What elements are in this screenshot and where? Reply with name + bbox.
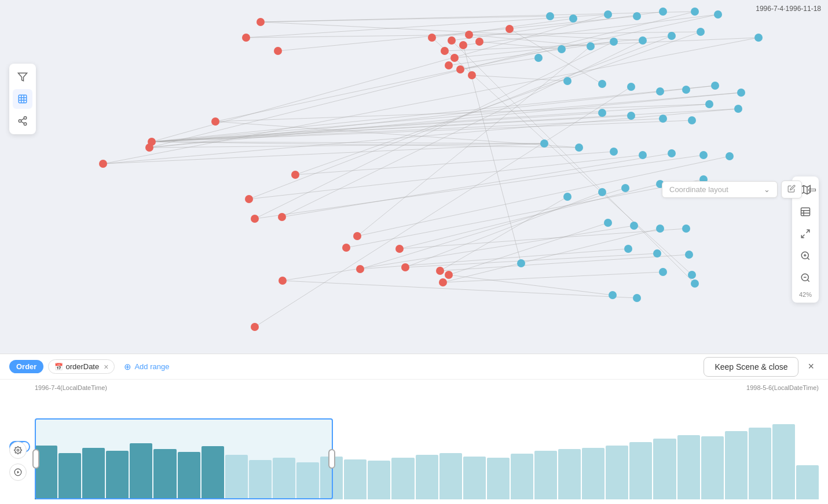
histogram-bar-23[interactable] (582, 448, 604, 499)
blue-node-14 (534, 54, 543, 62)
histogram-bar-1[interactable] (58, 453, 81, 499)
histogram-bar-21[interactable] (534, 451, 557, 499)
blue-node-29 (575, 144, 583, 152)
histogram-bar-32[interactable] (796, 465, 819, 499)
svg-rect-81 (801, 208, 810, 216)
histogram-bar-24[interactable] (606, 446, 628, 499)
histogram-bar-22[interactable] (558, 449, 581, 499)
timeline-controls: Order 📅 orderDate × ⊕ Add range Keep Sce… (0, 354, 828, 380)
blue-node-48 (633, 294, 641, 302)
zoom-out-button[interactable] (796, 268, 815, 288)
red-node-2 (274, 47, 282, 55)
histogram-bar-14[interactable] (368, 461, 390, 499)
settings-icon-button[interactable] (9, 442, 27, 459)
blue-node-28 (540, 139, 548, 148)
histogram-bar-7[interactable] (201, 446, 224, 499)
order-badge: Order (9, 360, 43, 373)
red-node-18 (279, 277, 287, 285)
play-icon-button[interactable] (9, 463, 27, 481)
red-node-19 (439, 278, 447, 286)
date-tag-close-button[interactable]: × (101, 363, 108, 371)
svg-line-85 (807, 230, 809, 233)
blue-node-0 (546, 12, 554, 20)
blue-node-16 (598, 80, 606, 88)
coord-layout-select[interactable]: Coordinate layout ⌄ (662, 181, 778, 198)
chevron-down-icon: ⌄ (764, 185, 770, 194)
blue-node-20 (711, 82, 719, 90)
histogram-bar-11[interactable] (296, 462, 319, 499)
expand-button[interactable] (796, 224, 815, 244)
histogram-bar-6[interactable] (178, 452, 200, 499)
svg-line-38 (215, 14, 718, 122)
svg-line-33 (472, 75, 567, 81)
add-range-button[interactable]: ⊕ Add range (119, 359, 174, 374)
histogram-bar-28[interactable] (701, 436, 724, 499)
histogram-bar-20[interactable] (511, 454, 533, 499)
red-node-13 (395, 245, 404, 253)
blue-node-49 (659, 268, 667, 276)
svg-point-75 (24, 123, 27, 126)
red-node-8 (245, 195, 253, 203)
histogram-bar-27[interactable] (677, 435, 700, 499)
blue-node-13 (558, 45, 566, 53)
histogram-bar-4[interactable] (130, 443, 152, 499)
histogram-bar-17[interactable] (439, 453, 462, 499)
table-view-button[interactable] (796, 202, 815, 222)
histogram-bar-16[interactable] (416, 455, 438, 499)
histogram-bar-18[interactable] (463, 457, 486, 499)
range-handle-left[interactable] (32, 449, 39, 469)
histogram-bar-31[interactable] (772, 424, 795, 499)
svg-line-19 (405, 192, 602, 267)
red-node-29 (468, 71, 476, 79)
zoom-in-button[interactable] (796, 246, 815, 266)
histogram-bar-3[interactable] (106, 451, 129, 499)
histogram-bar-10[interactable] (273, 458, 295, 499)
svg-line-54 (149, 93, 741, 148)
histogram-bar-9[interactable] (249, 460, 272, 499)
histogram-bar-8[interactable] (225, 455, 248, 499)
histogram (35, 418, 819, 499)
close-panel-button[interactable]: × (803, 358, 819, 375)
histogram-bar-5[interactable] (153, 449, 176, 499)
blue-node-42 (656, 225, 664, 233)
collapse-button[interactable]: ⇦ (805, 181, 819, 198)
plus-circle-icon: ⊕ (124, 362, 131, 372)
blue-node-34 (726, 152, 734, 160)
coord-layout-label: Coordinate layout (669, 185, 759, 194)
blue-node-23 (734, 105, 742, 113)
keep-scene-button[interactable]: Keep Scene & close (704, 357, 798, 377)
histogram-bar-30[interactable] (749, 428, 771, 499)
blue-node-37 (621, 184, 629, 192)
blue-node-9 (668, 32, 676, 40)
histogram-bar-19[interactable] (487, 458, 510, 499)
histogram-bar-29[interactable] (725, 431, 748, 499)
blue-node-40 (604, 219, 612, 227)
share-button[interactable] (13, 111, 32, 131)
svg-line-16 (346, 179, 704, 248)
end-date-label: 1998-5-6(LocalDateTime) (746, 384, 819, 391)
coord-edit-button[interactable] (781, 181, 802, 198)
blue-node-45 (653, 249, 661, 257)
red-node-5 (211, 117, 219, 126)
histogram-bar-15[interactable] (391, 458, 414, 499)
svg-line-34 (510, 29, 602, 84)
chart-button[interactable] (13, 89, 32, 109)
blue-node-50 (688, 271, 696, 279)
histogram-bar-13[interactable] (344, 459, 367, 499)
red-node-11 (353, 232, 361, 240)
blue-node-10 (639, 36, 647, 45)
filter-button[interactable] (13, 67, 32, 87)
histogram-bar-26[interactable] (653, 439, 676, 499)
blue-node-41 (630, 222, 638, 230)
blue-node-2 (604, 10, 612, 19)
blue-node-4 (659, 8, 667, 16)
date-tag-label: orderDate (65, 362, 99, 371)
blue-node-5 (691, 8, 699, 16)
blue-node-22 (705, 100, 713, 108)
left-toolbar (9, 64, 36, 134)
range-handle-right[interactable] (328, 449, 335, 469)
histogram-bar-2[interactable] (82, 448, 105, 499)
histogram-bar-25[interactable] (629, 442, 652, 499)
bottom-left-controls (9, 442, 27, 481)
svg-line-22 (283, 226, 634, 281)
